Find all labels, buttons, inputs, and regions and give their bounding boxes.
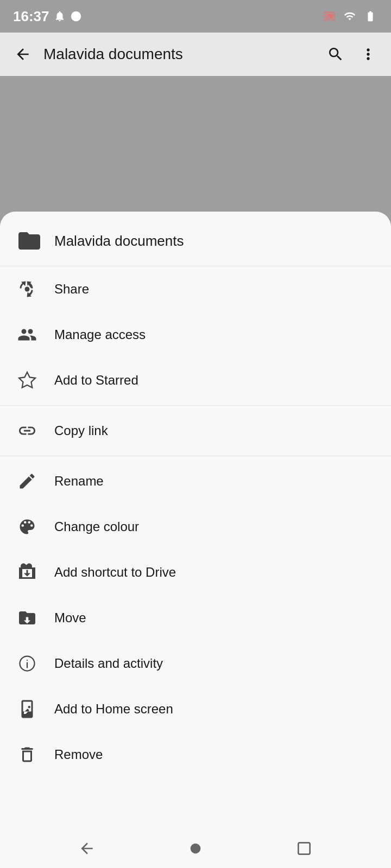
app-bar: Malavida documents [0,33,391,76]
sheet-folder-name: Malavida documents [54,233,184,250]
search-button[interactable] [324,42,348,66]
svg-point-0 [71,11,80,21]
rename-label: Rename [54,474,104,489]
nav-bar [0,829,391,868]
rename-icon [15,469,39,493]
details-label: Details and activity [54,656,163,671]
menu-item-copy-link[interactable]: Copy link [0,408,391,454]
home-screen-icon [15,697,39,721]
app-bar-actions [324,42,380,66]
nav-home-button[interactable] [184,837,207,860]
menu-item-rename[interactable]: Rename [0,458,391,504]
status-time: 16:37 [13,8,49,25]
app-bar-title: Malavida documents [43,46,315,63]
menu-item-share[interactable]: Share [0,266,391,312]
manage-access-icon [15,323,39,347]
media-icon [70,10,82,22]
add-to-starred-label: Add to Starred [54,373,138,388]
nav-back-button[interactable] [75,837,99,860]
menu-item-remove[interactable]: Remove [0,732,391,777]
svg-rect-3 [298,843,310,854]
svg-point-2 [191,844,201,854]
status-bar: 16:37 [0,0,391,33]
shortcut-icon [15,560,39,584]
copy-link-label: Copy link [54,423,108,438]
sheet-header: Malavida documents [0,212,391,266]
star-icon [15,368,39,392]
notification-icon [54,10,66,22]
menu-item-details[interactable]: Details and activity [0,641,391,686]
divider-1 [0,405,391,406]
share-label: Share [54,282,89,297]
status-bar-right [323,10,378,22]
menu-item-move[interactable]: Move [0,595,391,641]
share-icon [15,277,39,301]
menu-item-manage-access[interactable]: Manage access [0,312,391,358]
nav-recent-button[interactable] [292,837,316,860]
divider-2 [0,456,391,456]
wifi-icon [342,10,357,22]
link-icon [15,419,39,443]
menu-item-change-colour[interactable]: Change colour [0,504,391,550]
info-icon [15,652,39,675]
dimmed-background [0,76,391,217]
back-button[interactable] [11,42,35,66]
folder-icon [15,227,43,255]
battery-icon [363,10,378,22]
move-icon [15,606,39,630]
cast-icon [323,10,337,22]
menu-item-add-shortcut[interactable]: Add shortcut to Drive [0,550,391,595]
move-label: Move [54,610,86,626]
menu-item-add-to-starred[interactable]: Add to Starred [0,358,391,403]
add-shortcut-label: Add shortcut to Drive [54,565,176,580]
manage-access-label: Manage access [54,327,146,342]
change-colour-label: Change colour [54,519,139,534]
bottom-sheet: Malavida documents Share Manage access A… [0,212,391,868]
menu-item-add-home[interactable]: Add to Home screen [0,686,391,732]
add-home-label: Add to Home screen [54,701,173,717]
trash-icon [15,743,39,767]
remove-label: Remove [54,747,103,762]
more-options-button[interactable] [356,42,380,66]
palette-icon [15,515,39,539]
